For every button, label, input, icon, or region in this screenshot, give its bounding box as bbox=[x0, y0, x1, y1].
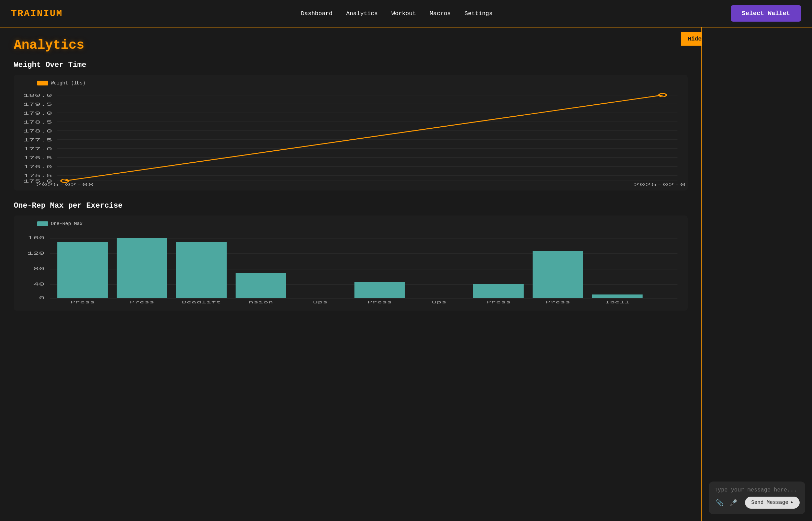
weight-section: Weight Over Time Weight (lbs) 180.0 179.… bbox=[14, 61, 688, 190]
svg-text:160: 160 bbox=[27, 235, 45, 241]
weight-line-chart: 180.0 179.5 179.0 178.5 178.0 177.5 177.… bbox=[16, 90, 685, 188]
header: TRAINIUM Dashboard Analytics Workout Mac… bbox=[0, 0, 812, 27]
svg-text:120: 120 bbox=[27, 251, 45, 256]
nav: Dashboard Analytics Workout Macros Setti… bbox=[301, 10, 493, 17]
svg-text:Deadlift: Deadlift bbox=[182, 300, 221, 304]
bar-press-6 bbox=[354, 282, 405, 298]
nav-workout[interactable]: Workout bbox=[392, 10, 416, 17]
svg-text:177.0: 177.0 bbox=[23, 147, 52, 152]
microphone-icon-button[interactable]: 🎤 bbox=[728, 498, 738, 508]
svg-text:80: 80 bbox=[33, 266, 45, 271]
nav-settings[interactable]: Settings bbox=[464, 10, 493, 17]
svg-text:Ups: Ups bbox=[432, 300, 447, 304]
svg-text:Press: Press bbox=[70, 300, 95, 304]
nav-analytics[interactable]: Analytics bbox=[346, 10, 378, 17]
orm-legend: One-Rep Max bbox=[16, 221, 685, 227]
svg-text:0: 0 bbox=[39, 296, 45, 301]
svg-text:180.0: 180.0 bbox=[23, 93, 52, 98]
bar-ibell bbox=[592, 294, 643, 298]
bar-press-2 bbox=[117, 238, 167, 298]
svg-text:179.5: 179.5 bbox=[23, 102, 52, 107]
svg-text:Press: Press bbox=[130, 300, 154, 304]
bar-extension bbox=[236, 273, 286, 298]
page-title: Analytics bbox=[14, 38, 688, 53]
nav-macros[interactable]: Macros bbox=[430, 10, 451, 17]
svg-line-22 bbox=[65, 95, 663, 181]
svg-text:Press: Press bbox=[546, 300, 570, 304]
attachment-icon-button[interactable]: 📎 bbox=[714, 498, 725, 508]
send-arrow-icon: ➤ bbox=[790, 499, 793, 506]
orm-chart-svg: 160 120 80 40 0 bbox=[16, 231, 685, 306]
send-label: Send Message bbox=[751, 500, 788, 506]
weight-legend-label: Weight (lbs) bbox=[51, 80, 86, 86]
send-message-button[interactable]: Send Message ➤ bbox=[745, 497, 800, 509]
svg-text:Press: Press bbox=[368, 300, 392, 304]
svg-text:nsion: nsion bbox=[249, 300, 273, 304]
svg-text:Ups: Ups bbox=[313, 300, 328, 304]
weight-legend: Weight (lbs) bbox=[16, 80, 685, 86]
bar-press-9 bbox=[533, 251, 583, 298]
svg-text:Press: Press bbox=[486, 300, 511, 304]
chat-input-area: 📎 🎤 Send Message ➤ bbox=[709, 482, 805, 514]
svg-text:Ibell: Ibell bbox=[605, 300, 630, 304]
layout: Analytics Weight Over Time Weight (lbs) … bbox=[0, 27, 812, 521]
svg-text:178.5: 178.5 bbox=[23, 120, 52, 125]
svg-text:2025-02-08: 2025-02-08 bbox=[36, 182, 94, 186]
chat-input[interactable] bbox=[714, 487, 800, 493]
chat-actions: 📎 🎤 Send Message ➤ bbox=[714, 497, 800, 509]
nav-dashboard[interactable]: Dashboard bbox=[301, 10, 332, 17]
weight-legend-box bbox=[37, 81, 48, 85]
svg-text:40: 40 bbox=[33, 282, 45, 287]
logo: TRAINIUM bbox=[11, 8, 63, 19]
select-wallet-button[interactable]: Select Wallet bbox=[731, 5, 801, 22]
bar-deadlift bbox=[176, 242, 227, 298]
svg-text:177.5: 177.5 bbox=[23, 138, 52, 143]
svg-text:176.0: 176.0 bbox=[23, 164, 52, 170]
orm-bar-chart: 160 120 80 40 0 bbox=[16, 231, 685, 308]
main-content: Analytics Weight Over Time Weight (lbs) … bbox=[0, 27, 701, 521]
orm-legend-label: One-Rep Max bbox=[51, 221, 82, 227]
orm-legend-box bbox=[37, 221, 48, 226]
svg-text:2025-02-08: 2025-02-08 bbox=[634, 182, 685, 186]
svg-text:176.5: 176.5 bbox=[23, 155, 52, 161]
orm-section: One-Rep Max per Exercise One-Rep Max 160… bbox=[14, 201, 688, 311]
weight-chart-svg: 180.0 179.5 179.0 178.5 178.0 177.5 177.… bbox=[16, 90, 685, 186]
bar-press-1 bbox=[57, 242, 108, 298]
orm-chart-container: One-Rep Max 160 120 80 40 0 bbox=[14, 216, 688, 311]
weight-chart-container: Weight (lbs) 180.0 179.5 179.0 178.5 178… bbox=[14, 75, 688, 190]
svg-text:178.0: 178.0 bbox=[23, 129, 52, 134]
svg-text:179.0: 179.0 bbox=[23, 111, 52, 116]
weight-section-title: Weight Over Time bbox=[14, 61, 688, 69]
bar-press-8 bbox=[473, 284, 524, 298]
chat-panel: 📎 🎤 Send Message ➤ bbox=[702, 27, 812, 521]
svg-text:175.5: 175.5 bbox=[23, 173, 52, 178]
orm-section-title: One-Rep Max per Exercise bbox=[14, 201, 688, 210]
